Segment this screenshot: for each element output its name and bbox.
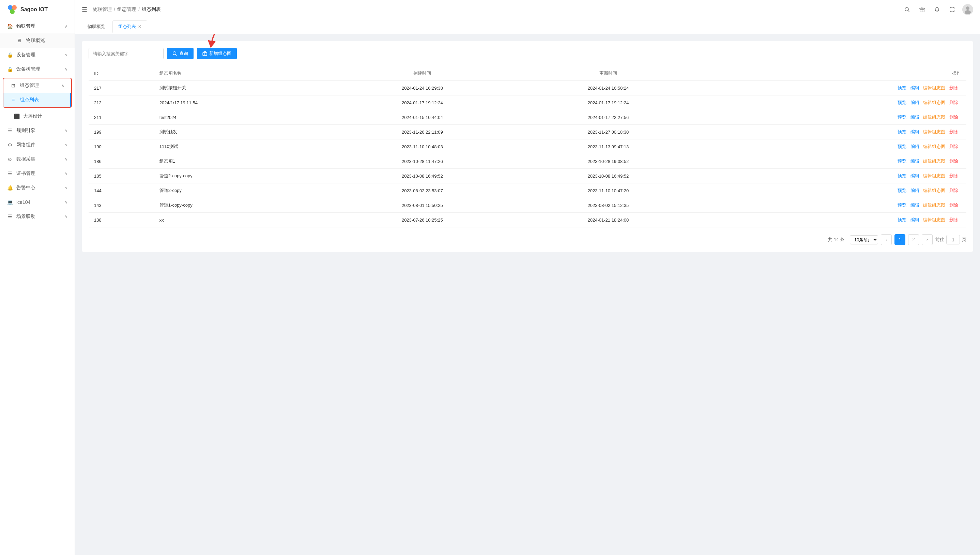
breadcrumb-item-diagram[interactable]: 组态管理 — [117, 6, 136, 13]
cell-id: 190 — [89, 140, 154, 154]
sidebar-item-diagram-list[interactable]: ≡ 组态列表 — [3, 93, 71, 107]
svg-point-1 — [12, 5, 17, 10]
svg-point-0 — [8, 5, 13, 10]
gift-icon[interactable] — [917, 5, 927, 14]
delete-link[interactable]: 删除 — [949, 85, 958, 90]
sidebar-item-scene[interactable]: ☰ 场景联动 ∨ — [0, 209, 75, 224]
cell-name: 管道2-copy-copy — [154, 169, 329, 183]
preview-link[interactable]: 预览 — [897, 100, 906, 105]
delete-link[interactable]: 删除 — [949, 202, 958, 208]
cell-name: test2024 — [154, 110, 329, 125]
edit-diagram-link[interactable]: 编辑组态图 — [923, 100, 945, 105]
edit-link[interactable]: 编辑 — [910, 188, 919, 193]
delete-link[interactable]: 删除 — [949, 188, 958, 193]
edit-link[interactable]: 编辑 — [910, 144, 919, 149]
scene-icon: ☰ — [7, 213, 13, 220]
search-icon[interactable] — [902, 5, 912, 14]
edit-link[interactable]: 编辑 — [910, 115, 919, 120]
query-button[interactable]: 查询 — [167, 48, 193, 59]
edit-diagram-link[interactable]: 编辑组态图 — [923, 202, 945, 208]
avatar[interactable] — [962, 4, 973, 15]
edit-diagram-link[interactable]: 编辑组态图 — [923, 129, 945, 134]
sidebar-item-rule[interactable]: ☰ 规则引擎 ∨ — [0, 124, 75, 138]
preview-link[interactable]: 预览 — [897, 115, 906, 120]
edit-diagram-link[interactable]: 编辑组态图 — [923, 173, 945, 178]
sidebar-item-device-tree[interactable]: 🔒 设备树管理 ∨ — [0, 62, 75, 76]
edit-link[interactable]: 编辑 — [910, 202, 919, 208]
sidebar-item-bigscreen[interactable]: ⬛ 大屏设计 — [0, 109, 75, 124]
edit-diagram-link[interactable]: 编辑组态图 — [923, 85, 945, 90]
delete-link[interactable]: 删除 — [949, 100, 958, 105]
cell-name: 管道2-copy — [154, 183, 329, 198]
edit-diagram-link[interactable]: 编辑组态图 — [923, 188, 945, 193]
edit-diagram-link[interactable]: 编辑组态图 — [923, 144, 945, 149]
tab-diagram-list[interactable]: 组态列表 ✕ — [112, 21, 147, 33]
page-2-button[interactable]: 2 — [908, 234, 919, 245]
sidebar-item-diagram[interactable]: ⊡ 组态管理 ∧ — [3, 79, 71, 93]
page-size-select[interactable]: 10条/页20条/页50条/页 — [850, 235, 878, 244]
page-jump-input[interactable] — [946, 235, 960, 244]
preview-link[interactable]: 预览 — [897, 217, 906, 222]
sidebar-item-alarm[interactable]: 🔔 告警中心 ∨ — [0, 181, 75, 195]
preview-link[interactable]: 预览 — [897, 202, 906, 208]
sidebar-item-data[interactable]: ⊙ 数据采集 ∨ — [0, 152, 75, 166]
red-arrow — [205, 34, 238, 50]
jump-prefix: 前往 — [935, 237, 944, 243]
edit-link[interactable]: 编辑 — [910, 173, 919, 178]
sidebar-item-label: 场景联动 — [16, 213, 65, 220]
search-input[interactable] — [89, 48, 163, 59]
lock-icon: 🔒 — [7, 52, 13, 58]
delete-link[interactable]: 删除 — [949, 144, 958, 149]
add-button[interactable]: 新增组态图 — [197, 48, 237, 59]
edit-link[interactable]: 编辑 — [910, 217, 919, 222]
fullscreen-icon[interactable] — [947, 5, 957, 14]
notification-icon[interactable] — [932, 5, 942, 14]
prev-page-button[interactable]: ‹ — [881, 234, 892, 245]
preview-link[interactable]: 预览 — [897, 159, 906, 164]
breadcrumb-separator: / — [138, 7, 140, 12]
sidebar-item-label: ice104 — [16, 199, 65, 205]
lock-icon: 🔒 — [7, 66, 13, 72]
edit-diagram-link[interactable]: 编辑组态图 — [923, 217, 945, 222]
breadcrumb-item-iot[interactable]: 物联管理 — [93, 6, 112, 13]
edit-link[interactable]: 编辑 — [910, 129, 919, 134]
monitor-icon: 🖥 — [16, 37, 22, 43]
preview-link[interactable]: 预览 — [897, 144, 906, 149]
sidebar-item-device[interactable]: 🔒 设备管理 ∨ — [0, 48, 75, 62]
edit-link[interactable]: 编辑 — [910, 85, 919, 90]
next-page-button[interactable]: › — [922, 234, 933, 245]
preview-link[interactable]: 预览 — [897, 173, 906, 178]
preview-link[interactable]: 预览 — [897, 188, 906, 193]
delete-link[interactable]: 删除 — [949, 129, 958, 134]
delete-link[interactable]: 删除 — [949, 217, 958, 222]
cell-updated: 2023-11-13 09:47:13 — [515, 140, 701, 154]
sidebar: Sagoo IOT 🏠 物联管理 ∧ 🖥 物联概览 🔒 设备管理 ∨ 🔒 设备树… — [0, 0, 75, 555]
delete-link[interactable]: 删除 — [949, 159, 958, 164]
hamburger-icon[interactable]: ☰ — [82, 6, 87, 13]
chevron-down-icon: ∨ — [65, 53, 68, 57]
sidebar-item-cert[interactable]: ☰ 证书管理 ∨ — [0, 166, 75, 181]
cell-name: 1110测试 — [154, 140, 329, 154]
breadcrumb-separator: / — [114, 7, 115, 12]
edit-link[interactable]: 编辑 — [910, 159, 919, 164]
table-row: 144 管道2-copy 2023-08-02 23:53:07 2023-11… — [89, 183, 966, 198]
edit-diagram-link[interactable]: 编辑组态图 — [923, 159, 945, 164]
sidebar-item-iot[interactable]: 🏠 物联管理 ∧ — [0, 19, 75, 34]
sidebar-item-overview[interactable]: 🖥 物联概览 — [0, 34, 75, 48]
preview-link[interactable]: 预览 — [897, 85, 906, 90]
tab-close-icon[interactable]: ✕ — [138, 24, 141, 29]
tab-overview[interactable]: 物联概览 — [82, 21, 111, 33]
sidebar-item-network[interactable]: ⚙ 网络组件 ∨ — [0, 138, 75, 152]
delete-link[interactable]: 删除 — [949, 115, 958, 120]
data-table: ID 组态图名称 创建时间 更新时间 操作 217 测试按钮开关 2024-01… — [89, 66, 966, 228]
total-count: 共 14 条 — [828, 237, 844, 243]
preview-link[interactable]: 预览 — [897, 129, 906, 134]
edit-diagram-link[interactable]: 编辑组态图 — [923, 115, 945, 120]
cell-created: 2023-10-28 11:47:26 — [329, 154, 515, 169]
delete-link[interactable]: 删除 — [949, 173, 958, 178]
svg-line-11 — [176, 54, 176, 55]
sidebar-item-ice104[interactable]: 💻 ice104 ∨ — [0, 195, 75, 209]
page-1-button[interactable]: 1 — [894, 234, 905, 245]
edit-link[interactable]: 编辑 — [910, 100, 919, 105]
col-created: 创建时间 — [329, 66, 515, 81]
